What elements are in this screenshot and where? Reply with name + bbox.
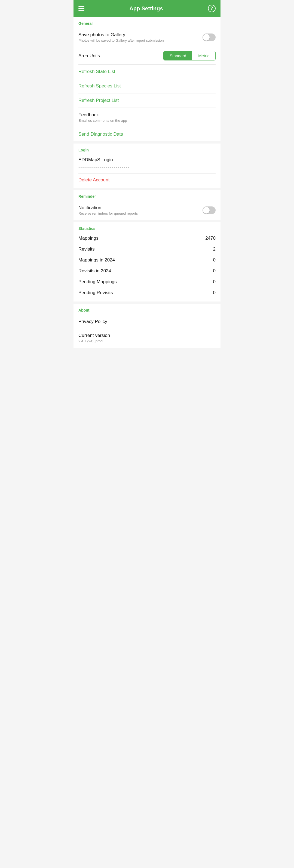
current-version-value: 2.4.7 (94), prod bbox=[78, 339, 216, 343]
refresh-species-list-link[interactable]: Refresh Species List bbox=[78, 83, 121, 89]
area-units-label: Area Units bbox=[78, 53, 100, 59]
help-button[interactable]: ? bbox=[208, 5, 216, 12]
feedback-label: Feedback bbox=[78, 112, 216, 118]
refresh-state-list-row[interactable]: Refresh State List bbox=[73, 65, 221, 79]
stat-pending-mappings-row: Pending Mappings 0 bbox=[73, 276, 221, 287]
reminder-section-label: Reminder bbox=[73, 190, 221, 201]
stat-mappings-2024-label: Mappings in 2024 bbox=[78, 257, 115, 263]
save-photos-row: Save photos to Gallery Photos will be sa… bbox=[73, 28, 221, 47]
save-photos-toggle[interactable] bbox=[202, 33, 216, 41]
statistics-section: Statistics Mappings 2470 Revisits 2 Mapp… bbox=[73, 222, 221, 302]
general-section-label: General bbox=[73, 17, 221, 28]
login-field-value: •••••••••••••••••••••••••• bbox=[73, 164, 221, 173]
about-section-label: About bbox=[73, 304, 221, 315]
refresh-project-list-row[interactable]: Refresh Project List bbox=[73, 93, 221, 107]
current-version-row: Current version 2.4.7 (94), prod bbox=[73, 329, 221, 345]
login-field-label: EDDMapS Login bbox=[73, 154, 221, 164]
area-units-row: Area Units Standard Metric bbox=[73, 47, 221, 64]
save-photos-label: Save photos to Gallery bbox=[78, 32, 202, 38]
stat-mappings-label: Mappings bbox=[78, 236, 99, 241]
notification-toggle[interactable] bbox=[202, 207, 216, 214]
stat-mappings-value: 2470 bbox=[205, 236, 216, 241]
login-section-label: Login bbox=[73, 144, 221, 154]
stat-pending-revisits-value: 0 bbox=[213, 290, 216, 296]
current-version-label: Current version bbox=[78, 333, 216, 338]
stat-pending-mappings-value: 0 bbox=[213, 279, 216, 285]
privacy-policy-row[interactable]: Privacy Policy bbox=[73, 315, 221, 329]
area-units-btn-group: Standard Metric bbox=[163, 51, 216, 60]
stat-revisits-value: 2 bbox=[213, 246, 216, 252]
login-section: Login EDDMapS Login ••••••••••••••••••••… bbox=[73, 144, 221, 188]
stat-pending-mappings-label: Pending Mappings bbox=[78, 279, 117, 285]
refresh-project-list-link[interactable]: Refresh Project List bbox=[78, 98, 119, 103]
notification-sublabel: Receive reminders for queued reports bbox=[78, 211, 202, 215]
stat-mappings-2024-row: Mappings in 2024 0 bbox=[73, 255, 221, 266]
statistics-section-label: Statistics bbox=[73, 222, 221, 233]
refresh-species-list-row[interactable]: Refresh Species List bbox=[73, 79, 221, 93]
delete-account-row[interactable]: Delete Account bbox=[73, 174, 221, 188]
app-header: App Settings ? bbox=[73, 0, 221, 17]
privacy-policy-link[interactable]: Privacy Policy bbox=[78, 319, 107, 324]
area-units-metric-button[interactable]: Metric bbox=[192, 51, 215, 60]
save-photos-sublabel: Photos will be saved to Gallery after re… bbox=[78, 38, 202, 42]
area-units-standard-button[interactable]: Standard bbox=[164, 51, 192, 60]
send-diagnostic-row[interactable]: Send Diagnostic Data bbox=[73, 127, 221, 141]
notification-row: Notification Receive reminders for queue… bbox=[73, 201, 221, 220]
stat-mappings-row: Mappings 2470 bbox=[73, 233, 221, 244]
stat-mappings-2024-value: 0 bbox=[213, 257, 216, 263]
stat-revisits-2024-value: 0 bbox=[213, 268, 216, 274]
feedback-sublabel: Email us comments on the app bbox=[78, 119, 216, 123]
reminder-section: Reminder Notification Receive reminders … bbox=[73, 190, 221, 220]
stat-revisits-row: Revisits 2 bbox=[73, 244, 221, 255]
general-section: General Save photos to Gallery Photos wi… bbox=[73, 17, 221, 141]
stat-revisits-label: Revisits bbox=[78, 246, 95, 252]
about-section: About Privacy Policy Current version 2.4… bbox=[73, 304, 221, 348]
hamburger-menu-button[interactable] bbox=[78, 6, 85, 11]
stat-revisits-2024-row: Revisits in 2024 0 bbox=[73, 266, 221, 276]
feedback-row: Feedback Email us comments on the app bbox=[73, 108, 221, 127]
stat-revisits-2024-label: Revisits in 2024 bbox=[78, 268, 111, 274]
stat-pending-revisits-label: Pending Revisits bbox=[78, 290, 113, 296]
refresh-state-list-link[interactable]: Refresh State List bbox=[78, 69, 115, 74]
notification-label: Notification bbox=[78, 205, 202, 211]
send-diagnostic-link[interactable]: Send Diagnostic Data bbox=[78, 131, 123, 137]
stat-pending-revisits-row: Pending Revisits 0 bbox=[73, 287, 221, 298]
delete-account-button[interactable]: Delete Account bbox=[78, 177, 109, 183]
page-title: App Settings bbox=[129, 5, 163, 12]
